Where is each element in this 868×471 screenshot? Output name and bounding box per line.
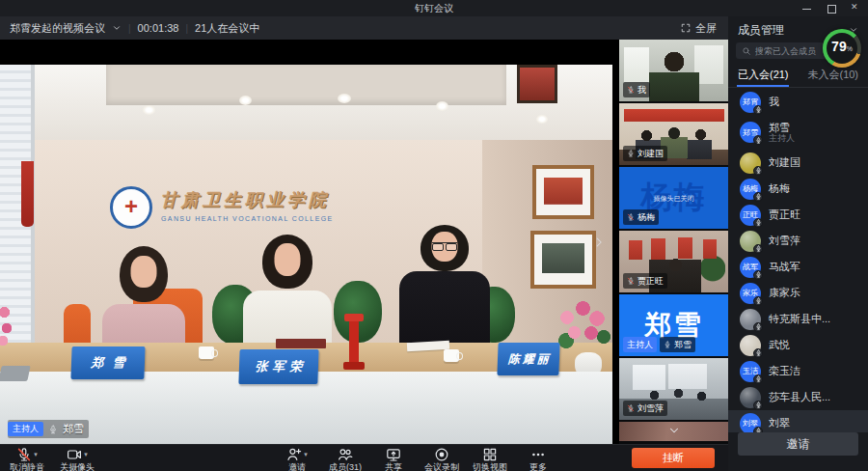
fullscreen-button[interactable]: 全屏 [681,16,717,40]
toolbar-button-label: 共享 [385,461,402,471]
member-mic-icon [753,218,763,228]
caret-down-icon[interactable]: ▾ [34,451,38,457]
scroll-down-chevron[interactable] [619,424,728,437]
minimize-icon[interactable] [801,3,812,14]
chevron-down-icon[interactable] [112,23,122,33]
video-tile[interactable]: 刘建国 [619,103,728,165]
participant-count: 21人在会议中 [195,21,259,36]
video-tile[interactable]: 我 [619,40,728,101]
share-screen-icon [386,447,401,462]
member-row[interactable]: 玉洁 栾玉洁 [728,358,868,384]
member-list: 郑霄 我 郑雪 郑雪 主持人 刘建国 [728,89,868,432]
member-name: 康家乐 [769,287,800,299]
tab-not-joined[interactable]: 未入会(10) [799,63,868,87]
toolbar-switch-view-button[interactable]: ▾ 切换视图 [471,447,509,471]
video-tile[interactable]: 贾正旺 [619,231,728,292]
mic-icon [627,213,635,221]
wall-photo-frame [517,65,557,103]
member-row[interactable]: 正旺 贾正旺 [728,202,868,228]
member-row[interactable]: 刘建国 [728,150,868,176]
participant-filmstrip: 我 刘建国 杨梅 摄像头已关闭 杨梅 [619,40,728,444]
fullscreen-icon [681,23,691,33]
window-title: 钉钉会议 [0,2,868,15]
mic-icon [627,277,635,285]
window-titlebar: 钉钉会议 [0,0,868,16]
close-icon[interactable] [850,3,860,14]
member-row[interactable]: 刘雪萍 [728,228,868,254]
member-mic-icon [753,401,763,410]
toolbar-share-button[interactable]: ▾ 共享 [374,447,413,471]
meeting-title[interactable]: 郑霄发起的视频会议 [10,21,105,36]
toolbar-more-button[interactable]: ▾ 更多 [519,447,557,471]
hangup-button[interactable]: 挂断 [632,448,715,468]
toolbar-button-label: 会议录制 [424,461,459,471]
host-badge: 主持人 [623,337,657,352]
member-name: 贾正旺 [769,208,800,221]
avatar [740,309,761,330]
member-row[interactable]: 特克斯县中... [728,306,868,332]
member-name: 刘翠 [769,417,790,429]
wall-photo-frame [530,231,596,289]
toolbar-button-label: 更多 [529,461,547,471]
member-row[interactable]: 家乐 康家乐 [728,280,868,306]
main-video-feed[interactable]: 甘肃卫生职业学院 GANSU HEALTH VOCATIONAL COLLEGE… [0,40,619,444]
toolbar-unmute-button[interactable]: ▾ 取消静音 [8,447,46,471]
avatar: 家乐 [740,283,761,304]
mic-icon [627,404,635,412]
member-mic-icon [753,296,763,306]
more-icon [530,447,546,462]
member-row[interactable]: 战军 马战军 [728,254,868,280]
member-row[interactable]: 杨梅 杨梅 [728,176,868,202]
search-icon [742,46,751,56]
member-mic-icon [753,348,763,358]
speaker-name: 郑雪 [63,422,84,436]
avatar: 郑霄 [740,92,761,113]
avatar: 玉洁 [740,361,761,382]
toolbar-button-label: 切换视图 [473,461,507,471]
chevron-down-icon [666,424,682,437]
caret-down-icon[interactable]: ▾ [84,451,88,457]
member-row[interactable]: 莎车县人民... [728,384,868,410]
member-name: 郑雪 [769,122,795,134]
video-tile[interactable]: 郑雪 主持人 郑雪 [619,294,728,356]
member-management-panel: 成员管理 已入会(21) 未入会(10) 郑霄 我 郑雪 郑雪 主持人 [728,16,868,471]
invite-button[interactable]: 邀请 [738,432,858,456]
avatar [740,335,761,356]
toolbar-button-label: 取消静音 [10,461,44,471]
camera-icon [67,447,82,462]
member-name: 武悦 [769,339,790,351]
video-tile[interactable] [619,422,728,441]
member-mic-icon [753,322,763,332]
member-name: 特克斯县中... [769,313,830,325]
maximize-icon[interactable] [826,3,836,14]
toolbar-invite-button[interactable]: ▾ 邀请 [278,447,316,471]
member-mic-icon [753,192,763,202]
name-card: 郑雪 [70,346,145,379]
camera-off-text: 摄像头已关闭 [619,194,728,204]
next-page-arrow[interactable] [590,229,608,256]
grid-icon [482,447,498,462]
video-tile[interactable]: 杨梅 摄像头已关闭 杨梅 [619,167,728,229]
meeting-header: 郑霄发起的视频会议 | 00:01:38 | 21人在会议中 全屏 [0,16,728,40]
tab-joined[interactable]: 已入会(21) [728,63,799,87]
toolbar-button-label: 邀请 [288,461,306,471]
flower-bouquet [554,294,612,360]
member-name: 莎车县人民... [769,391,830,403]
member-row[interactable]: 郑霄 我 [728,89,868,115]
member-row[interactable]: 武悦 [728,332,868,358]
member-row[interactable]: 郑雪 郑雪 主持人 [728,115,868,150]
avatar: 杨梅 [740,179,761,200]
toolbar-record-button[interactable]: ▾ 会议录制 [422,447,461,471]
tile-name-label: 贾正旺 [623,273,667,289]
video-tile[interactable]: 刘雪萍 [619,358,728,420]
toolbar-members-button[interactable]: ▾ 成员(31) [326,447,365,471]
member-row[interactable]: 刘翠 刘翠 [728,410,868,432]
mic-muted-icon [16,447,32,462]
tea-cup [199,346,214,359]
caret-down-icon[interactable]: ▾ [304,451,308,457]
tile-name-label: 郑雪 [660,337,695,352]
toolbar-camera-off-button[interactable]: ▾ 关摄像头 [58,447,96,471]
member-name: 刘建国 [769,156,800,169]
tea-cup [444,349,459,362]
member-mic-icon [753,135,763,145]
